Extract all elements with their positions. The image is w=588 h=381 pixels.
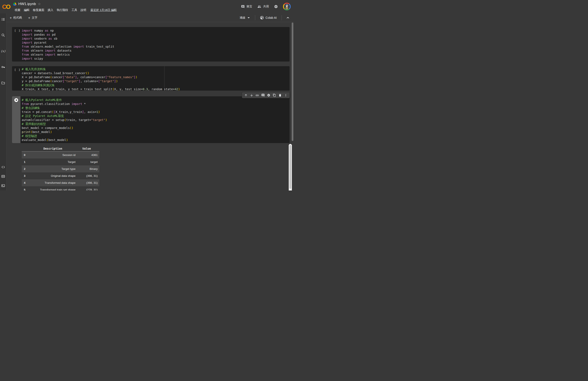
comment-icon [241, 5, 245, 8]
code-line[interactable]: best_model = compare_models() [22, 126, 107, 130]
connect-button[interactable]: 連線 [237, 15, 252, 20]
code-line[interactable]: X_train, X_test, y_train, y_test = train… [22, 87, 290, 91]
comments-button[interactable]: 留言 [241, 5, 252, 8]
code-editor[interactable]: # 載入PyCaret AutoML套件from pycaret.classif… [21, 96, 107, 143]
cell-settings-gear-icon[interactable] [266, 92, 272, 98]
code-line[interactable]: automlclassifier = setup(train, target="… [22, 118, 107, 122]
command-palette-icon[interactable] [1, 175, 5, 178]
code-line[interactable]: from sklearn.model_selection import trai… [22, 45, 290, 49]
table-of-contents-icon[interactable] [1, 18, 5, 21]
code-line[interactable]: # 拆分成訓練集與測試集 [22, 83, 290, 87]
code-line[interactable]: # 載入乳癌資料集 [22, 67, 290, 71]
table-row: 4Transformed data shape(398, 31) [22, 179, 99, 186]
code-cell-1[interactable]: [ ] import numpy as npimport pandas as p… [12, 27, 290, 61]
settings-gear-icon[interactable] [274, 5, 278, 9]
code-line[interactable]: cancer = datasets.load_breast_cancer() [22, 71, 290, 75]
app-header: CO HW1.ipynb ☆ 檔案編輯檢視畫面插入執行階段工具說明 最近於 1月… [0, 0, 294, 14]
chevron-down-icon [248, 17, 250, 18]
plus-icon: + [28, 16, 30, 20]
code-line[interactable]: train = pd.concat([X_train,y_train], axi… [22, 110, 107, 114]
code-line[interactable]: # 模型驗證 [22, 134, 107, 138]
colab-ai-icon [260, 16, 264, 20]
table-row: 2Target typeBinary [22, 165, 99, 172]
code-line[interactable]: import scipy [22, 57, 290, 61]
divider [255, 15, 255, 20]
run-cell-button[interactable] [14, 98, 18, 102]
files-folder-icon[interactable] [1, 81, 5, 85]
menu-item[interactable]: 執行階段 [55, 8, 70, 12]
output-table-header: DescriptionValue [22, 146, 99, 152]
menu-item[interactable]: 工具 [70, 8, 79, 12]
people-icon [257, 5, 261, 8]
code-line[interactable]: from pycaret.classification import * [22, 102, 107, 106]
editor-column-ruler [164, 66, 165, 91]
variables-icon[interactable]: {x} [1, 49, 6, 53]
menu-item[interactable]: 編輯 [22, 8, 31, 12]
code-line[interactable]: import pycaret [22, 41, 290, 45]
code-editor[interactable]: import numpy as npimport pandas as pdimp… [12, 27, 290, 61]
share-button[interactable]: 共用 [257, 5, 269, 8]
left-sidebar: {x} [0, 14, 6, 191]
run-cell-bracket[interactable]: [ ] [14, 68, 21, 72]
copy-link-icon[interactable] [254, 92, 260, 98]
play-icon [16, 99, 18, 101]
menu-item[interactable]: 說明 [79, 8, 88, 12]
star-icon[interactable]: ☆ [38, 2, 41, 6]
code-line[interactable]: # 選擇最好的模型 [22, 122, 107, 126]
code-cell-3[interactable]: # 載入PyCaret AutoML套件from pycaret.classif… [12, 96, 290, 143]
code-line[interactable]: evaluate_model(best_model) [22, 138, 107, 142]
drive-icon [13, 2, 17, 5]
secrets-key-icon[interactable] [1, 65, 5, 69]
output-table: DescriptionValue0Session id43611Targetta… [22, 146, 99, 191]
code-line[interactable]: from sklearn import datasets [22, 49, 290, 53]
colab-ai-button[interactable]: Colab AI [258, 16, 278, 20]
add-comment-icon[interactable] [260, 92, 266, 98]
notebook-toolbar: + 程式碼 + 文字 連線 Colab AI [6, 14, 294, 22]
code-line[interactable]: y = pd.DataFrame(cancer["target"], colum… [22, 79, 290, 83]
code-line[interactable]: print(best_model) [22, 130, 107, 134]
more-actions-icon[interactable] [283, 92, 289, 98]
output-scrollbar-thumb[interactable] [289, 145, 291, 189]
search-icon[interactable] [1, 33, 5, 37]
code-line[interactable]: import numpy as np [22, 29, 290, 33]
delete-cell-icon[interactable] [277, 92, 283, 98]
code-line[interactable]: from sklearn import metrics [22, 53, 290, 57]
code-editor[interactable]: # 載入乳癌資料集cancer = datasets.load_breast_c… [12, 66, 290, 91]
code-line[interactable]: X = pd.DataFrame(cancer["data"], columns… [22, 75, 290, 79]
menu-item[interactable]: 檔案 [13, 8, 22, 12]
add-code-button[interactable]: + 程式碼 [10, 16, 22, 20]
table-row: 5Transformed train set shape(278, 31) [22, 186, 99, 191]
menu-item[interactable]: 插入 [46, 8, 55, 12]
code-line[interactable]: import pandas as pd [22, 33, 290, 37]
plus-icon: + [10, 16, 12, 20]
user-avatar[interactable] [283, 3, 291, 10]
code-line[interactable]: # 設定 PyCaret AutoML環境 [22, 114, 107, 118]
menu-bar: 檔案編輯檢視畫面插入執行階段工具說明 最近於 1月16日 編輯 [13, 7, 117, 13]
colab-logo[interactable]: CO [2, 2, 10, 12]
avatar-image [284, 4, 290, 10]
cell-output: DescriptionValue0Session id43611Targetta… [12, 146, 294, 191]
menu-item[interactable]: 檢視畫面 [31, 8, 46, 12]
code-cell-2[interactable]: [ ] # 載入乳癌資料集cancer = datasets.load_brea… [12, 66, 290, 91]
code-line[interactable]: # 載入PyCaret AutoML套件 [22, 98, 107, 102]
notebook-area: [ ] import numpy as npimport pandas as p… [6, 22, 294, 191]
terminal-icon[interactable] [1, 184, 5, 188]
copy-cell-icon[interactable] [272, 92, 277, 98]
code-snippets-icon[interactable] [1, 165, 5, 169]
last-edited-link[interactable]: 最近於 1月16日 編輯 [90, 7, 117, 13]
move-cell-up-icon[interactable] [243, 92, 249, 98]
output-scrollbar[interactable] [289, 144, 292, 191]
add-text-button[interactable]: + 文字 [28, 16, 37, 20]
notebook-filename[interactable]: HW1.ipynb [18, 2, 36, 6]
cell-toolbar [242, 92, 290, 98]
table-row: 0Session id4361 [22, 152, 99, 159]
code-line[interactable]: # 整合訓練集 [22, 106, 107, 110]
notebook-scrollbar[interactable] [292, 22, 293, 141]
cell-gutter [12, 96, 21, 143]
move-cell-down-icon[interactable] [249, 92, 254, 98]
table-row: 3Original data shape(398, 31) [22, 172, 99, 179]
table-row: 1Targettarget [22, 159, 99, 165]
collapse-header-button[interactable] [285, 16, 291, 20]
code-line[interactable]: import seaborn as sb [22, 37, 290, 41]
run-cell-bracket[interactable]: [ ] [14, 29, 21, 32]
